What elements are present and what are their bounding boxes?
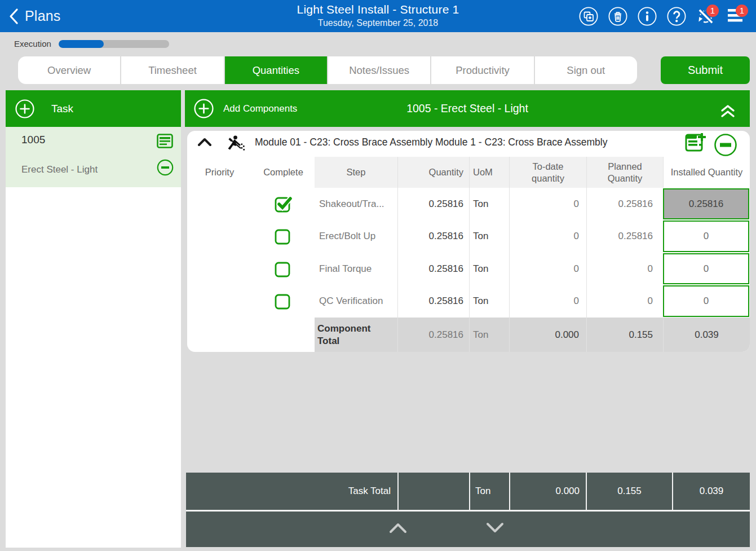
installed-cell: 0	[663, 253, 750, 285]
step-cell: Erect/Bolt Up	[315, 220, 397, 253]
remove-task-icon[interactable]	[157, 159, 174, 176]
selected-task-title: 1005 - Erect Steel - Light	[185, 90, 750, 127]
help-icon	[667, 7, 686, 26]
component-total-todate: 0.000	[509, 318, 586, 352]
total-spacer	[187, 318, 252, 352]
col-header-installed: Installed Quantity	[663, 157, 750, 188]
task-total-bar: Task Total Ton 0.000 0.155 0.039	[186, 473, 750, 510]
task-total-planned: 0.155	[586, 473, 672, 510]
task-name: Erect Steel - Light	[21, 164, 98, 175]
installed-quantity-input[interactable]: 0.25816	[663, 188, 749, 219]
tab-productivity[interactable]: Productivity	[431, 56, 534, 84]
collapse-component-icon[interactable]	[197, 137, 212, 147]
tab-timesheet[interactable]: Timesheet	[121, 56, 224, 84]
task-total-installed: 0.039	[672, 473, 750, 510]
task-list-panel: Task 1005 Erect Steel - Light	[6, 90, 181, 548]
col-header-planned: Planned Quantity	[586, 157, 663, 188]
task-total-label: Task Total	[186, 473, 397, 510]
tab-notes-issues[interactable]: Notes/Issues	[328, 56, 431, 84]
complete-checkbox[interactable]	[252, 220, 315, 253]
planned-cell: 0.25816	[586, 188, 663, 220]
installed-quantity-input[interactable]: 0	[663, 285, 749, 317]
component-total-quantity: 0.25816	[397, 318, 469, 352]
step-cell: Shakeout/Tra...	[315, 188, 397, 220]
uom-cell: Ton	[469, 188, 509, 220]
task-panel-header: Task	[6, 90, 181, 127]
phase-label: Execution	[14, 39, 51, 49]
task-panel-title: Task	[51, 103, 73, 115]
priority-cell	[187, 220, 252, 253]
steps-table: Priority Complete Step Quantity UoM To-d…	[187, 157, 750, 352]
tab-sign-out[interactable]: Sign out	[535, 56, 637, 84]
info-icon	[638, 7, 657, 26]
component-total-label: Component Total	[315, 318, 397, 352]
add-note-icon[interactable]	[683, 131, 707, 154]
scroll-up-icon[interactable]	[387, 521, 409, 535]
complete-checkbox[interactable]	[252, 285, 315, 318]
progress-bar-fill	[59, 40, 104, 48]
step-cell: QC Verification	[315, 285, 397, 318]
paging-bar	[186, 510, 750, 547]
task-total-todate: 0.000	[509, 473, 586, 510]
help-button[interactable]	[667, 7, 686, 26]
installed-quantity-input[interactable]: 0	[663, 253, 749, 284]
scroll-down-icon[interactable]	[484, 521, 506, 535]
uom-cell: Ton	[469, 253, 509, 285]
top-app-bar: Plans Light Steel Install - Structure 1 …	[0, 0, 756, 32]
todate-cell: 0	[509, 285, 586, 318]
component-card: Module 01 - C23: Cross Brace Assembly Mo…	[187, 131, 750, 352]
col-header-step: Step	[315, 157, 397, 188]
quantity-cell: 0.25816	[397, 220, 469, 253]
total-spacer	[252, 318, 315, 352]
submit-button[interactable]: Submit	[661, 56, 750, 84]
task-total-uom: Ton	[469, 473, 509, 510]
menu-button[interactable]: 1	[726, 7, 745, 26]
tab-bar: Overview Timesheet Quantities Notes/Issu…	[18, 56, 637, 84]
component-title: Module 01 - C23: Cross Brace Assembly Mo…	[255, 136, 678, 148]
installed-cell: 0	[663, 285, 750, 318]
complete-checkbox[interactable]	[252, 253, 315, 285]
copy-icon	[579, 7, 598, 26]
installed-cell: 0.25816	[663, 188, 750, 220]
planned-cell: 0	[586, 285, 663, 318]
quantity-cell: 0.25816	[397, 285, 469, 318]
installed-quantity-input[interactable]: 0	[663, 221, 749, 252]
sync-badge: 1	[706, 5, 719, 17]
tab-overview[interactable]: Overview	[18, 56, 121, 84]
priority-cell	[187, 253, 252, 285]
component-total-installed: 0.039	[663, 318, 750, 352]
planned-cell: 0.25816	[586, 220, 663, 253]
priority-cell	[187, 285, 252, 318]
todate-cell: 0	[509, 188, 586, 220]
component-total-planned: 0.155	[586, 318, 663, 352]
todate-cell: 0	[509, 253, 586, 285]
collapse-all-icon[interactable]	[720, 104, 736, 118]
quantity-cell: 0.25816	[397, 253, 469, 285]
worker-icon	[226, 135, 245, 151]
complete-checkbox[interactable]	[252, 188, 315, 220]
task-details-icon[interactable]	[157, 134, 173, 148]
col-header-complete: Complete	[252, 157, 315, 188]
tab-quantities[interactable]: Quantities	[225, 56, 328, 84]
uom-cell: Ton	[469, 285, 509, 318]
quantity-cell: 0.25816	[397, 188, 469, 220]
installed-cell: 0	[663, 220, 750, 253]
col-header-quantity: Quantity	[397, 157, 469, 188]
add-task-button[interactable]	[15, 99, 34, 118]
task-total-quantity	[397, 473, 469, 510]
menu-badge: 1	[736, 5, 748, 17]
delete-button[interactable]	[608, 7, 627, 26]
col-header-todate: To-date quantity	[509, 157, 586, 188]
info-button[interactable]	[638, 7, 657, 26]
phase-progress-row: Execution	[0, 32, 756, 56]
todate-cell: 0	[509, 220, 586, 253]
trash-icon	[608, 7, 627, 26]
step-cell: Final Torque	[315, 253, 397, 285]
priority-cell	[187, 188, 252, 220]
sync-button[interactable]: 1	[696, 7, 715, 26]
remove-component-icon[interactable]	[714, 133, 737, 157]
task-code: 1005	[21, 134, 45, 146]
col-header-priority: Priority	[187, 157, 252, 188]
copy-button[interactable]	[579, 7, 598, 26]
task-list-item[interactable]: 1005 Erect Steel - Light	[6, 127, 181, 187]
